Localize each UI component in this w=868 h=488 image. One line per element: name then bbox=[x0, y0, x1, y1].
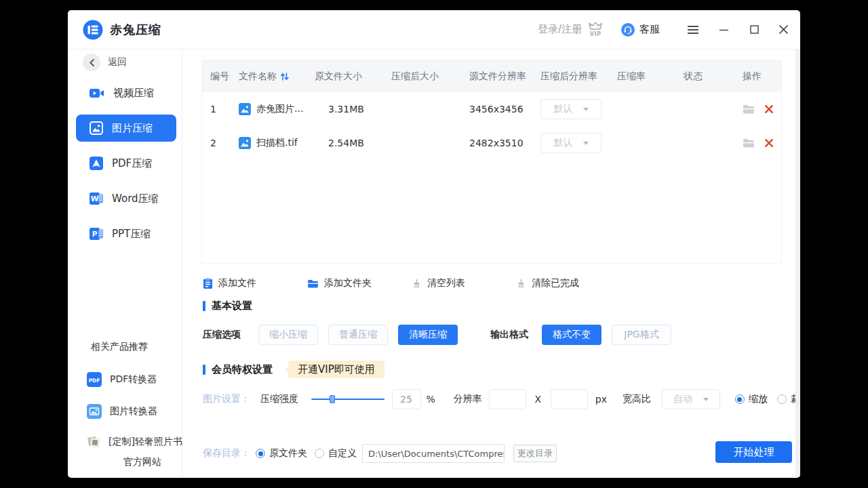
add-file-icon bbox=[203, 278, 213, 289]
file-image-icon bbox=[239, 103, 251, 115]
option-normal-compress[interactable]: 普通压缩 bbox=[328, 325, 388, 345]
custom-folder-radio[interactable] bbox=[315, 449, 324, 458]
col-header-ratio: 压缩率 bbox=[617, 70, 684, 83]
slider-handle[interactable] bbox=[330, 395, 335, 403]
official-site-link[interactable]: 官方网站 bbox=[123, 456, 161, 468]
svg-text:P: P bbox=[92, 230, 98, 238]
table-header: 编号 文件名称 原文件大小 压缩后大小 源文件分辨率 压缩后分辨率 压缩率 状态 bbox=[202, 60, 781, 92]
original-folder-radio[interactable] bbox=[256, 449, 265, 458]
back-button[interactable]: 返回 bbox=[83, 54, 182, 71]
table-body: 1 赤兔图片... 3.31MB 3456x3456 bbox=[202, 92, 781, 263]
open-folder-icon[interactable] bbox=[743, 138, 755, 148]
sidebar-item-label: 视频压缩 bbox=[113, 87, 154, 100]
resolution-width-input[interactable] bbox=[489, 389, 526, 409]
slider-track[interactable] bbox=[311, 399, 384, 400]
clear-finished-button[interactable]: 清除已完成 bbox=[516, 277, 620, 289]
vertical-scrollbar[interactable] bbox=[795, 49, 800, 477]
basic-settings-title: 基本设置 bbox=[203, 300, 800, 312]
sidebar: 返回 视频压缩 图片压缩 bbox=[68, 49, 182, 477]
col-header-out-resolution: 压缩后分辨率 bbox=[540, 70, 617, 83]
delete-icon[interactable] bbox=[764, 104, 774, 114]
vip-required-badge: 开通VIP即可使用 bbox=[288, 361, 384, 378]
compress-option-label: 压缩选项 bbox=[203, 329, 258, 341]
clear-list-button[interactable]: 清空列表 bbox=[412, 277, 516, 289]
sort-icon[interactable] bbox=[280, 73, 289, 81]
file-image-icon bbox=[239, 137, 251, 149]
file-table: 编号 文件名称 原文件大小 压缩后大小 源文件分辨率 压缩后分辨率 压缩率 状态 bbox=[201, 60, 782, 264]
out-resolution-dropdown[interactable]: 默认 bbox=[540, 99, 601, 119]
image-settings-label: 图片设置： bbox=[203, 393, 260, 405]
pdf-icon bbox=[90, 157, 103, 170]
pdf-converter-icon: PDF bbox=[87, 372, 102, 387]
resolution-height-input[interactable] bbox=[551, 389, 588, 409]
col-header-status: 状态 bbox=[684, 70, 743, 83]
row-number: 2 bbox=[210, 138, 239, 148]
video-icon bbox=[90, 87, 104, 99]
chevron-down-icon bbox=[583, 142, 589, 145]
file-name: 扫描档.tif bbox=[256, 137, 298, 149]
change-dir-button[interactable]: 更改目录 bbox=[513, 445, 557, 462]
option-jpg-format[interactable]: JPG格式 bbox=[612, 325, 671, 345]
col-header-src-resolution: 源文件分辨率 bbox=[469, 70, 540, 83]
add-file-button[interactable]: 添加文件 bbox=[203, 277, 307, 289]
table-row: 1 赤兔图片... 3.31MB 3456x3456 bbox=[202, 92, 781, 126]
vip-settings-title: 会员特权设置 开通VIP即可使用 bbox=[203, 361, 800, 378]
open-folder-icon[interactable] bbox=[743, 104, 755, 114]
sidebar-item-photobook[interactable]: [定制]轻奢照片书 bbox=[87, 435, 182, 449]
menu-icon[interactable] bbox=[687, 25, 699, 35]
strength-slider[interactable] bbox=[311, 389, 384, 409]
custom-folder-label: 自定义 bbox=[328, 447, 357, 460]
save-path-input[interactable]: D:\User\Documents\CTCompres bbox=[362, 444, 505, 463]
section-bar bbox=[203, 365, 205, 375]
maximize-button[interactable] bbox=[750, 25, 759, 34]
app-logo-icon bbox=[83, 20, 103, 40]
aspect-ratio-dropdown[interactable]: 自动 bbox=[662, 389, 720, 409]
file-size: 2.54MB bbox=[315, 138, 391, 148]
recommend-section-title: 相关产品推荐 bbox=[91, 341, 148, 353]
delete-icon[interactable] bbox=[764, 138, 774, 148]
customer-service-button[interactable]: 客服 bbox=[621, 23, 660, 37]
sidebar-item-label: PDF压缩 bbox=[112, 157, 152, 170]
col-header-no: 编号 bbox=[210, 70, 239, 83]
section-bar bbox=[203, 301, 205, 311]
scale-radio[interactable] bbox=[735, 394, 745, 404]
sidebar-item-word-compress[interactable]: W Word压缩 bbox=[76, 185, 176, 212]
start-process-button[interactable]: 开始处理 bbox=[715, 441, 792, 463]
sidebar-item-label: Word压缩 bbox=[112, 192, 159, 205]
image-icon bbox=[90, 121, 103, 135]
broom-icon bbox=[516, 279, 526, 289]
add-folder-icon bbox=[307, 279, 319, 288]
strength-value-input[interactable]: 25 bbox=[392, 389, 421, 409]
resolution-x-separator: X bbox=[535, 394, 542, 405]
sidebar-item-pdf-converter[interactable]: PDF PDF转换器 bbox=[87, 372, 157, 387]
app-title: 赤兔压缩 bbox=[110, 22, 161, 38]
percent-sign: % bbox=[427, 394, 435, 405]
sidebar-item-video-compress[interactable]: 视频压缩 bbox=[76, 79, 176, 106]
sidebar-item-ppt-compress[interactable]: P PPT压缩 bbox=[76, 220, 176, 247]
vip-crown-icon[interactable]: VIP bbox=[587, 22, 604, 37]
close-button[interactable] bbox=[779, 25, 788, 34]
minimize-button[interactable] bbox=[719, 26, 728, 34]
sidebar-item-label: PPT压缩 bbox=[112, 228, 151, 241]
option-keep-format[interactable]: 格式不变 bbox=[542, 325, 601, 345]
app-window: 赤兔压缩 登录/注册 VIP 客服 bbox=[68, 10, 800, 478]
px-unit: px bbox=[595, 394, 607, 405]
recommend-item-label: 图片转换器 bbox=[110, 405, 157, 418]
chevron-down-icon bbox=[703, 398, 709, 401]
col-header-operations: 操作 bbox=[743, 70, 781, 83]
add-folder-button[interactable]: 添加文件夹 bbox=[307, 277, 412, 289]
out-resolution-dropdown[interactable]: 默认 bbox=[540, 133, 601, 153]
resolution-label: 分辨率 bbox=[454, 393, 482, 405]
col-header-filename: 文件名称 bbox=[239, 70, 315, 83]
login-register-link[interactable]: 登录/注册 bbox=[538, 23, 582, 36]
crop-radio[interactable] bbox=[777, 394, 787, 404]
photobook-icon bbox=[87, 435, 100, 449]
option-shrink-compress[interactable]: 缩小压缩 bbox=[258, 325, 318, 345]
col-header-orig-size: 原文件大小 bbox=[315, 70, 391, 83]
sidebar-item-pdf-compress[interactable]: PDF压缩 bbox=[76, 150, 176, 177]
sidebar-item-image-converter[interactable]: 图片转换器 bbox=[87, 404, 157, 419]
strength-label: 压缩强度 bbox=[260, 393, 311, 405]
titlebar: 赤兔压缩 登录/注册 VIP 客服 bbox=[68, 10, 800, 49]
option-clear-compress[interactable]: 清晰压缩 bbox=[398, 325, 458, 345]
sidebar-item-image-compress[interactable]: 图片压缩 bbox=[76, 115, 176, 142]
